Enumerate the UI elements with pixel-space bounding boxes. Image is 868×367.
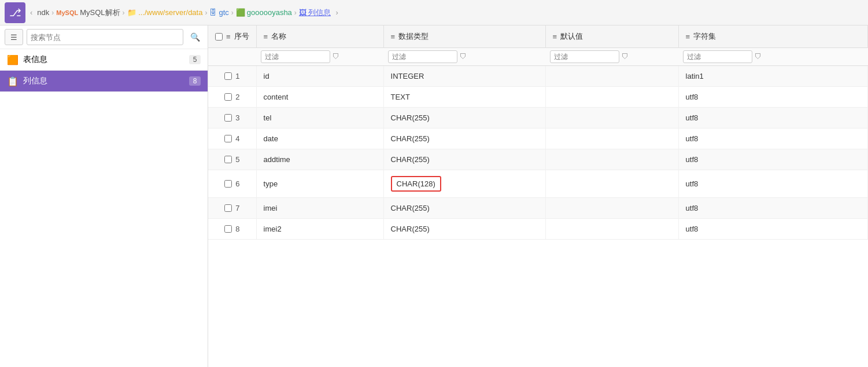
row-checkbox-7[interactable] <box>224 204 232 212</box>
row-charset-8: utf8 <box>678 219 867 240</box>
filter-cell-name: ⛉ <box>256 48 383 66</box>
row-checkbox-2[interactable] <box>224 93 232 101</box>
row-charset-5: utf8 <box>678 149 867 170</box>
row-checkbox-4[interactable] <box>224 135 232 142</box>
table-row: 8 imei2CHAR(255)utf8 <box>208 219 868 240</box>
sidebar-label-table-info: 表信息 <box>23 54 184 65</box>
row-default-7 <box>545 198 678 219</box>
row-default-3 <box>545 108 678 129</box>
row-charset-2: utf8 <box>678 87 867 108</box>
table-row: 2 contentTEXTutf8 <box>208 87 868 108</box>
breadcrumb-lieinfo[interactable]: 🖼 列信息 <box>299 8 331 18</box>
row-default-2 <box>545 87 678 108</box>
row-charset-3: utf8 <box>678 108 867 129</box>
row-datatype-8: CHAR(255) <box>383 219 545 240</box>
row-name-5: addtime <box>256 149 383 170</box>
row-datatype-3: CHAR(255) <box>383 108 545 129</box>
row-charset-6: utf8 <box>678 170 867 198</box>
filter-icon-charset[interactable]: ⛉ <box>755 53 762 61</box>
row-seq-1: 1 <box>208 66 256 87</box>
filter-input-charset[interactable] <box>683 50 752 63</box>
nav-back[interactable]: ‹ <box>28 8 35 17</box>
breadcrumb-gtc[interactable]: 🗄gtc <box>209 8 228 17</box>
row-seq-3: 3 <box>208 108 256 129</box>
table-row: 4 dateCHAR(255)utf8 <box>208 129 868 149</box>
row-seq-7: 7 <box>208 198 256 219</box>
filter-input-name[interactable] <box>261 50 330 63</box>
sidebar-item-col-info[interactable]: 📋 列信息 8 <box>0 71 208 92</box>
row-checkbox-6[interactable] <box>224 180 232 188</box>
sidebar-item-table-info[interactable]: 🟧 表信息 5 <box>0 49 208 71</box>
table-row: 7 imeiCHAR(255)utf8 <box>208 198 868 219</box>
table-row: 3 telCHAR(255)utf8 <box>208 108 868 129</box>
filter-icon-type[interactable]: ⛉ <box>460 53 467 61</box>
row-datatype-1: INTEGER <box>383 66 545 87</box>
row-seq-8: 8 <box>208 219 256 240</box>
th-name: ≡ 名称 <box>256 25 383 48</box>
row-name-7: imei <box>256 198 383 219</box>
row-charset-7: utf8 <box>678 198 867 219</box>
highlighted-datatype-6: CHAR(128) <box>391 176 441 192</box>
breadcrumb: ndk › MySQLMySQL解析 › 📁 .../www/server/da… <box>37 8 331 18</box>
row-datatype-2: TEXT <box>383 87 545 108</box>
breadcrumb-table[interactable]: 🟩goooooyasha <box>236 8 292 17</box>
nav-forward[interactable]: › <box>333 8 340 17</box>
row-num-7: 7 <box>235 204 239 212</box>
row-checkbox-5[interactable] <box>224 156 232 163</box>
row-num-2: 2 <box>235 93 239 101</box>
sidebar-label-col-info: 列信息 <box>23 76 184 86</box>
row-seq-2: 2 <box>208 87 256 108</box>
top-bar: ⎇ ‹ ndk › MySQLMySQL解析 › 📁 .../www/serve… <box>0 0 868 25</box>
filter-icon-default[interactable]: ⛉ <box>622 53 629 61</box>
table-row: 5 addtimeCHAR(255)utf8 <box>208 149 868 170</box>
row-num-8: 8 <box>235 225 239 233</box>
row-default-1 <box>545 66 678 87</box>
row-num-6: 6 <box>235 179 239 188</box>
row-name-4: date <box>256 129 383 149</box>
filter-cell-seq <box>208 48 256 66</box>
row-default-5 <box>545 149 678 170</box>
row-datatype-5: CHAR(255) <box>383 149 545 170</box>
filter-icon-name[interactable]: ⛉ <box>333 53 339 61</box>
row-default-8 <box>545 219 678 240</box>
table-header-row: ≡ 序号 ≡ 名称 ≡ 数据类型 <box>208 25 868 48</box>
row-datatype-7: CHAR(255) <box>383 198 545 219</box>
breadcrumb-ndk[interactable]: ndk <box>37 8 49 17</box>
row-checkbox-3[interactable] <box>224 114 232 122</box>
row-checkbox-8[interactable] <box>224 225 232 233</box>
col-info-icon: 📋 <box>7 75 19 87</box>
sidebar-count-table-info: 5 <box>189 55 201 64</box>
row-checkbox-1[interactable] <box>224 72 232 80</box>
filter-cell-charset: ⛉ <box>678 48 867 66</box>
row-seq-5: 5 <box>208 149 256 170</box>
filter-input-type[interactable] <box>388 50 457 63</box>
breadcrumb-mysql[interactable]: MySQLMySQL解析 <box>56 8 120 18</box>
row-name-3: tel <box>256 108 383 129</box>
sort-button[interactable]: ☰ <box>5 29 23 45</box>
row-num-1: 1 <box>235 72 239 80</box>
row-seq-4: 4 <box>208 129 256 149</box>
sidebar-search-bar: ☰ 🔍 <box>0 25 208 49</box>
th-seq: ≡ 序号 <box>208 25 256 48</box>
search-input-wrap <box>27 29 183 45</box>
search-button[interactable]: 🔍 <box>187 29 203 45</box>
git-icon[interactable]: ⎇ <box>5 2 25 23</box>
th-charset: ≡ 字符集 <box>678 25 867 48</box>
row-num-4: 4 <box>235 134 239 143</box>
row-name-2: content <box>256 87 383 108</box>
columns-table: ≡ 序号 ≡ 名称 ≡ 数据类型 <box>208 25 868 240</box>
breadcrumb-server-data[interactable]: 📁 .../www/server/data <box>127 8 203 17</box>
row-datatype-4: CHAR(255) <box>383 129 545 149</box>
search-input[interactable] <box>31 33 179 42</box>
filter-input-default[interactable] <box>550 50 619 63</box>
sidebar-count-col-info: 8 <box>189 76 201 86</box>
filter-cell-default: ⛉ <box>545 48 678 66</box>
table-area: ≡ 序号 ≡ 名称 ≡ 数据类型 <box>208 25 868 367</box>
th-default: ≡ 默认值 <box>545 25 678 48</box>
sidebar: ☰ 🔍 🟧 表信息 5 📋 列信息 8 <box>0 25 208 367</box>
row-name-1: id <box>256 66 383 87</box>
sort-icon: ☰ <box>10 33 17 42</box>
row-name-6: type <box>256 170 383 198</box>
main-content: ☰ 🔍 🟧 表信息 5 📋 列信息 8 <box>0 25 868 367</box>
select-all-checkbox[interactable] <box>215 33 223 41</box>
